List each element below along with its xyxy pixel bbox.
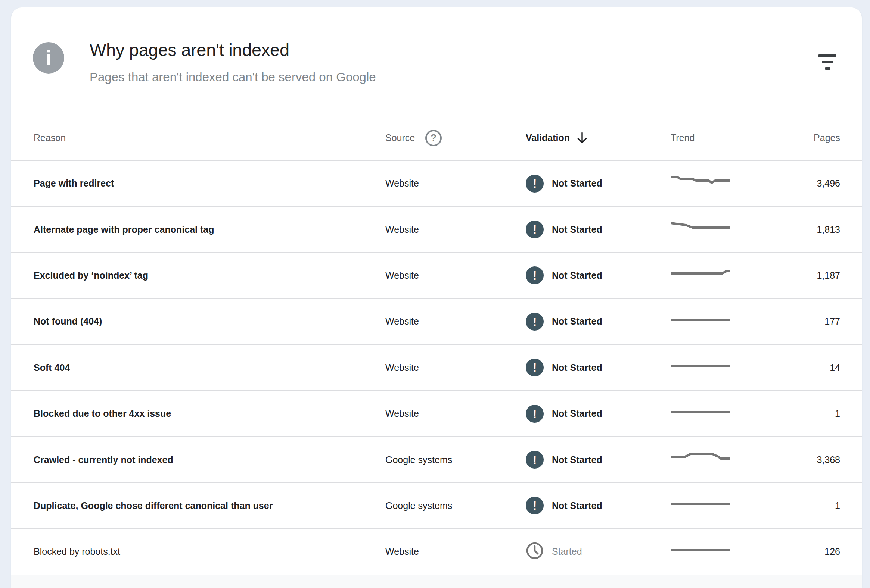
pages-count-cell: 1	[778, 500, 840, 511]
validation-status-label: Not Started	[552, 316, 602, 327]
pages-count-cell: 126	[778, 546, 840, 557]
trend-sparkline	[670, 361, 778, 374]
reason-cell: Soft 404	[34, 362, 385, 373]
validation-status-label: Not Started	[552, 224, 602, 235]
pages-count-cell: 3,368	[778, 454, 840, 465]
page-title: Why pages aren't indexed	[89, 40, 289, 60]
table-row[interactable]: Blocked due to other 4xx issue Website N…	[11, 391, 862, 437]
trend-sparkline	[670, 315, 778, 328]
reason-cell: Crawled - currently not indexed	[34, 454, 385, 465]
exclamation-circle-icon	[526, 451, 544, 469]
trend-sparkline	[670, 407, 778, 420]
trend-sparkline	[670, 545, 778, 558]
trend-sparkline	[670, 453, 778, 466]
table-row[interactable]: Soft 404 Website Not Started 14	[11, 345, 862, 391]
validation-cell: Not Started	[526, 313, 670, 331]
table-row[interactable]: Excluded by ‘noindex’ tag Website Not St…	[11, 253, 862, 299]
validation-cell: Not Started	[526, 497, 670, 515]
column-header-validation-label: Validation	[526, 132, 570, 143]
column-header-reason[interactable]: Reason	[34, 132, 385, 143]
filter-funnel-icon[interactable]	[813, 48, 842, 76]
source-cell: Website	[385, 316, 526, 327]
exclamation-circle-icon	[526, 221, 544, 238]
reason-cell: Not found (404)	[34, 316, 385, 327]
source-cell: Website	[385, 546, 526, 557]
table-row[interactable]: Duplicate, Google chose different canoni…	[11, 483, 862, 529]
column-header-pages[interactable]: Pages	[778, 132, 840, 143]
pages-count-cell: 3,496	[778, 178, 840, 189]
arrow-down-icon	[576, 131, 588, 145]
source-cell: Website	[385, 224, 526, 235]
page-subtitle: Pages that aren't indexed can't be serve…	[89, 70, 376, 84]
source-cell: Website	[385, 178, 526, 189]
validation-cell: Not Started	[526, 359, 670, 376]
pages-count-cell: 14	[778, 362, 840, 373]
column-header-validation[interactable]: Validation	[526, 131, 670, 145]
reason-cell: Excluded by ‘noindex’ tag	[34, 270, 385, 281]
source-cell: Website	[385, 408, 526, 419]
validation-status-label: Started	[552, 546, 582, 557]
clock-icon	[526, 542, 544, 562]
source-cell: Google systems	[385, 454, 526, 465]
validation-cell: Not Started	[526, 405, 670, 423]
column-header-trend[interactable]: Trend	[670, 132, 778, 143]
pages-count-cell: 177	[778, 316, 840, 327]
help-question-icon[interactable]	[425, 130, 442, 146]
trend-sparkline	[670, 223, 778, 236]
reason-cell: Alternate page with proper canonical tag	[34, 224, 385, 235]
exclamation-circle-icon	[526, 175, 544, 193]
table-footer	[11, 575, 862, 588]
table-body: Page with redirect Website Not Started 3…	[11, 161, 862, 575]
why-pages-arent-indexed-card: Why pages aren't indexed Pages that aren…	[11, 7, 862, 588]
validation-cell: Not Started	[526, 221, 670, 238]
validation-status-label: Not Started	[552, 270, 602, 281]
column-header-source-label: Source	[385, 132, 415, 143]
reason-cell: Blocked due to other 4xx issue	[34, 408, 385, 419]
column-header-reason-label: Reason	[34, 132, 66, 143]
column-header-pages-label: Pages	[813, 132, 840, 143]
validation-cell: Not Started	[526, 266, 670, 284]
info-circle-icon	[33, 42, 64, 73]
table-row[interactable]: Alternate page with proper canonical tag…	[11, 207, 862, 252]
column-header-source[interactable]: Source	[385, 130, 526, 146]
pages-count-cell: 1,187	[778, 270, 840, 281]
validation-status-label: Not Started	[552, 408, 602, 419]
trend-sparkline	[670, 499, 778, 512]
validation-cell: Not Started	[526, 451, 670, 469]
source-cell: Website	[385, 362, 526, 373]
pages-count-cell: 1	[778, 408, 840, 419]
exclamation-circle-icon	[526, 405, 544, 423]
table-row[interactable]: Blocked by robots.txt Website Started 12…	[11, 529, 862, 575]
column-header-trend-label: Trend	[670, 132, 694, 143]
trend-sparkline	[670, 177, 778, 190]
exclamation-circle-icon	[526, 497, 544, 515]
table-row[interactable]: Page with redirect Website Not Started 3…	[11, 161, 862, 207]
reason-cell: Blocked by robots.txt	[34, 546, 385, 557]
reason-cell: Page with redirect	[34, 178, 385, 189]
trend-sparkline	[670, 269, 778, 282]
source-cell: Website	[385, 270, 526, 281]
pages-count-cell: 1,813	[778, 224, 840, 235]
validation-cell: Not Started	[526, 175, 670, 193]
exclamation-circle-icon	[526, 313, 544, 331]
reason-cell: Duplicate, Google chose different canoni…	[34, 500, 385, 511]
validation-status-label: Not Started	[552, 454, 602, 465]
exclamation-circle-icon	[526, 359, 544, 376]
validation-status-label: Not Started	[552, 362, 602, 373]
validation-status-label: Not Started	[552, 178, 602, 189]
validation-cell: Started	[526, 542, 670, 562]
validation-status-label: Not Started	[552, 500, 602, 511]
table-header-row: Reason Source Validation Trend Pages	[11, 116, 862, 161]
source-cell: Google systems	[385, 500, 526, 511]
exclamation-circle-icon	[526, 266, 544, 284]
table-row[interactable]: Not found (404) Website Not Started 177	[11, 299, 862, 345]
table-row[interactable]: Crawled - currently not indexed Google s…	[11, 437, 862, 483]
